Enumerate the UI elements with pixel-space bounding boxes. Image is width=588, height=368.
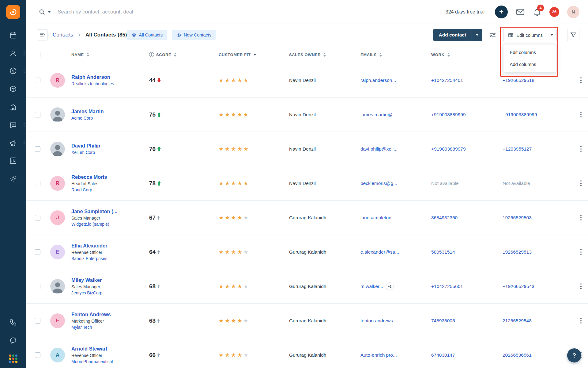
contact-email-link[interactable]: james.martin@...	[360, 112, 396, 117]
sort-icon[interactable]	[87, 53, 89, 57]
search-scope-caret-icon[interactable]	[48, 11, 51, 13]
contact-avatar[interactable]	[50, 142, 65, 156]
row-checkbox[interactable]	[35, 284, 40, 289]
help-button[interactable]: ?	[567, 348, 581, 362]
work-phone-link[interactable]: Not available	[431, 181, 459, 186]
contact-name-link[interactable]: David Philip	[71, 143, 145, 149]
contact-email-link[interactable]: e.alexander@sa...	[360, 249, 399, 255]
sidebar-item-campaigns[interactable]	[0, 136, 26, 150]
select-all-checkbox[interactable]	[35, 52, 40, 57]
contact-name-link[interactable]: Fenton Andrews	[71, 312, 145, 317]
contact-company-link[interactable]: Xelium Corp	[71, 150, 145, 155]
column-header-sales-owner[interactable]: SALES OWNER	[285, 52, 356, 57]
mobile-phone-link[interactable]: 21266529548	[503, 318, 532, 323]
contact-avatar[interactable]	[50, 107, 65, 122]
contact-company-link[interactable]: Mylar Tech	[71, 325, 145, 330]
row-checkbox[interactable]	[35, 352, 40, 358]
sidebar-item-support-chat[interactable]	[0, 333, 26, 347]
view-switcher-button[interactable]	[37, 29, 48, 40]
contact-email-link[interactable]: Auto-enrich pro...	[360, 352, 397, 358]
row-checkbox[interactable]	[35, 181, 40, 186]
row-checkbox[interactable]	[35, 112, 40, 117]
contact-email-link[interactable]: m.walker...	[360, 284, 383, 289]
contact-avatar[interactable]: R	[50, 176, 65, 191]
search-icon[interactable]	[39, 9, 45, 15]
contact-avatar[interactable]: J	[50, 210, 65, 225]
contact-email-link[interactable]: davi.philip@xeli...	[360, 146, 398, 152]
sidebar-item-conversations[interactable]	[0, 118, 26, 132]
work-phone-link[interactable]: +919003889999	[431, 112, 466, 117]
contact-company-link[interactable]: Sandiz Enterprises	[71, 256, 145, 261]
user-avatar[interactable]: N	[567, 6, 579, 18]
contact-avatar[interactable]: A	[50, 348, 65, 362]
row-checkbox[interactable]	[35, 78, 40, 83]
row-checkbox[interactable]	[35, 215, 40, 220]
mobile-phone-link[interactable]: +1203955127	[503, 146, 532, 151]
quick-add-button[interactable]: +	[495, 6, 508, 18]
column-header-emails[interactable]: EMAILS	[356, 52, 427, 57]
row-actions-menu[interactable]	[579, 316, 583, 325]
work-phone-link[interactable]: 674830147	[431, 352, 455, 358]
view-pill-all-contacts[interactable]: All Contacts	[127, 30, 167, 40]
sort-icon[interactable]	[447, 53, 450, 57]
column-header-score[interactable]: i SCORE	[145, 52, 214, 57]
sidebar-item-accounts[interactable]	[0, 100, 26, 114]
sidebar-item-contacts[interactable]	[0, 46, 26, 60]
row-actions-menu[interactable]	[579, 282, 583, 291]
mobile-phone-link[interactable]: 20266536561	[503, 352, 532, 358]
freshworks-logo[interactable]	[6, 5, 20, 19]
column-header-work[interactable]: WORK	[427, 52, 498, 57]
notifications-button[interactable]: 4	[533, 8, 541, 16]
work-phone-link[interactable]: 748938005	[431, 318, 455, 323]
mobile-phone-link[interactable]: +19266529543	[503, 284, 534, 289]
row-checkbox[interactable]	[35, 318, 40, 324]
contact-name-link[interactable]: Miley Walker	[71, 277, 145, 283]
row-checkbox[interactable]	[35, 249, 40, 255]
row-actions-menu[interactable]	[579, 178, 583, 188]
work-phone-link[interactable]: 580531514	[431, 249, 455, 255]
overflow-dots-icon[interactable]	[24, 69, 24, 73]
work-phone-link[interactable]: +10427255601	[431, 284, 463, 289]
column-header-customer-fit[interactable]: CUSTOMER FIT	[214, 52, 285, 57]
overflow-dots-icon[interactable]	[24, 123, 24, 127]
work-phone-link[interactable]: +919003889979	[431, 146, 466, 151]
contact-company-link[interactable]: Jentycs BizCorp	[71, 290, 145, 295]
sidebar-item-deals[interactable]: $	[0, 64, 26, 78]
overflow-dots-icon[interactable]	[24, 51, 24, 56]
contact-email-link[interactable]: janesampleton...	[360, 215, 395, 220]
row-checkbox[interactable]	[35, 146, 40, 152]
menu-item-add-columns[interactable]: Add columns	[503, 58, 556, 70]
overflow-dots-icon[interactable]	[24, 141, 24, 145]
edit-columns-button[interactable]: Edit columns	[503, 29, 557, 41]
contact-avatar[interactable]: R	[50, 73, 65, 88]
sort-icon[interactable]	[323, 53, 326, 57]
contact-avatar[interactable]: E	[50, 245, 65, 259]
row-actions-menu[interactable]	[579, 213, 583, 222]
sidebar-item-analytics[interactable]	[0, 154, 26, 168]
row-actions-menu[interactable]	[579, 110, 583, 119]
edit-columns-main-segment[interactable]: Edit columns	[503, 29, 547, 41]
contact-name-link[interactable]: Ralph Anderson	[71, 74, 145, 80]
contact-avatar[interactable]: F	[50, 313, 65, 328]
work-phone-link[interactable]: +10427254401	[431, 78, 463, 83]
sort-icon[interactable]	[379, 53, 382, 57]
contact-name-link[interactable]: Jane Sampleton (...	[71, 209, 145, 214]
contact-name-link[interactable]: James Martin	[71, 109, 145, 114]
contact-email-link[interactable]: fenton.andrews...	[360, 318, 397, 324]
alert-count-badge[interactable]: 26	[549, 7, 559, 17]
contact-company-link[interactable]: Rond Corp	[71, 187, 145, 192]
add-contact-dropdown-caret[interactable]	[472, 29, 482, 41]
contact-company-link[interactable]: Widgetz.io (sample)	[71, 222, 145, 227]
sort-icon[interactable]	[174, 53, 176, 57]
edit-columns-dropdown-caret[interactable]	[547, 29, 556, 41]
filter-button[interactable]	[567, 29, 579, 41]
list-settings-button[interactable]	[489, 31, 496, 39]
sidebar-item-settings[interactable]	[0, 172, 26, 186]
breadcrumb-contacts-link[interactable]: Contacts	[53, 32, 73, 38]
contact-company-link[interactable]: Reallinks technologies	[71, 81, 145, 86]
sidebar-item-phone[interactable]	[0, 315, 26, 329]
contact-name-link[interactable]: Ellia Alexander	[71, 243, 145, 249]
mobile-phone-link[interactable]: +919003889999	[503, 112, 537, 117]
contact-company-link[interactable]: Acme Corp	[71, 116, 145, 121]
view-pill-new-contacts[interactable]: New Contacts	[172, 30, 216, 40]
